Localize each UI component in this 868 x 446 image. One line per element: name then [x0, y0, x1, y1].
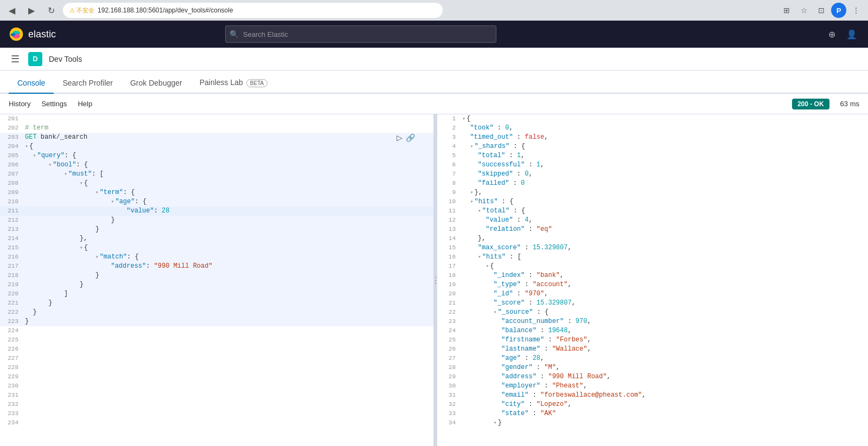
back-button[interactable]: ◀: [4, 3, 20, 18]
editor-line: 201: [0, 114, 433, 124]
editor-content[interactable]: 201 202 # term 203 GET bank/_search ▷ 🔗 …: [0, 114, 433, 446]
elastic-logo[interactable]: elastic: [9, 27, 56, 42]
editor-line: 215 ▾{: [0, 243, 433, 253]
run-button[interactable]: ▷: [397, 133, 403, 142]
result-panel[interactable]: 1 ▾{ 2 "took" : 0, 3 "timed_out" : false…: [437, 114, 868, 446]
result-line: 27 "age" : 28,: [437, 354, 868, 363]
hamburger-button[interactable]: ☰: [9, 51, 22, 67]
result-line: 18 "_index" : "bank",: [437, 271, 868, 280]
editor-line: 232: [0, 400, 433, 409]
result-line: 5 "total" : 1,: [437, 151, 868, 160]
translate-button[interactable]: ⊞: [779, 3, 794, 18]
result-line: 17 ▾{: [437, 262, 868, 271]
tab-console[interactable]: Console: [9, 73, 54, 94]
nav-bar: ☰ D Dev Tools: [0, 48, 868, 70]
editor-line: 222 }: [0, 308, 433, 317]
result-line: 13 "relation" : "eq": [437, 225, 868, 234]
status-badge: 200 - OK: [792, 99, 829, 109]
result-line: 26 "lastname" : "Wallace",: [437, 345, 868, 354]
search-input[interactable]: [225, 25, 496, 43]
time-badge: 63 ms: [840, 100, 859, 108]
result-line: 19 "_type" : "account",: [437, 280, 868, 289]
beta-badge: BETA: [246, 79, 267, 87]
help-button[interactable]: Help: [78, 98, 92, 110]
result-line: 28 "gender" : "M",: [437, 363, 868, 372]
bookmark-button[interactable]: ☆: [796, 3, 812, 18]
editor-line: 213 }: [0, 225, 433, 234]
settings-button[interactable]: Settings: [41, 98, 67, 110]
result-line: 31 "email" : "forbeswallace@pheast.com",: [437, 391, 868, 400]
search-bar-container: 🔍: [225, 25, 496, 43]
history-button[interactable]: History: [9, 98, 30, 110]
result-line: 25 "firstname" : "Forbes",: [437, 335, 868, 345]
menu-button[interactable]: ⋮: [848, 3, 864, 18]
app-header: elastic 🔍 ⊕ 👤: [0, 21, 868, 48]
security-warning: ⚠ 不安全: [69, 7, 94, 15]
editor-line: 233: [0, 409, 433, 418]
address-bar[interactable]: ⚠ 不安全 192.168.188.180:5601/app/dev_tools…: [63, 3, 443, 18]
editor-line-get: 203 GET bank/_search ▷ 🔗: [0, 133, 433, 142]
editor-line: 223 }: [0, 317, 433, 326]
tab-search-profiler[interactable]: Search Profiler: [54, 73, 122, 94]
result-line: 21 "_score" : 15.329807,: [437, 299, 868, 308]
editor-line: 218 }: [0, 271, 433, 280]
result-line: 12 "value" : 4,: [437, 216, 868, 225]
editor-line: 226: [0, 345, 433, 354]
result-line: 10 ▾"hits" : {: [437, 197, 868, 206]
result-line: 2 "took" : 0,: [437, 124, 868, 133]
avatar-button[interactable]: 👤: [844, 27, 859, 42]
editor-panel: 201 202 # term 203 GET bank/_search ▷ 🔗 …: [0, 114, 434, 446]
crosshairs-button[interactable]: ⊕: [826, 27, 838, 42]
editor-line: 214 },: [0, 234, 433, 243]
editor-line: 219 }: [0, 280, 433, 289]
export-button[interactable]: 🔗: [406, 133, 415, 142]
editor-line: 217 "address": "990 Mill Road": [0, 262, 433, 271]
forward-button[interactable]: ▶: [24, 3, 39, 18]
profile-button[interactable]: P: [831, 3, 846, 18]
editor-line: 207 ▾"must": [: [0, 170, 433, 179]
cast-button[interactable]: ⊡: [814, 3, 829, 18]
result-line: 29 "address" : "990 Mill Road",: [437, 372, 868, 382]
editor-line: 206 ▾"bool": {: [0, 160, 433, 170]
editor-line-highlighted: 211 "value": 28: [0, 206, 433, 216]
main-content: 201 202 # term 203 GET bank/_search ▷ 🔗 …: [0, 114, 868, 446]
elastic-logo-icon: [9, 27, 24, 42]
result-line: 24 "balance" : 19648,: [437, 326, 868, 335]
editor-line: 230: [0, 382, 433, 391]
result-line: 9 ▾},: [437, 188, 868, 197]
editor-line: 221 }: [0, 299, 433, 308]
search-icon: 🔍: [229, 30, 239, 38]
editor-line: 202 # term: [0, 124, 433, 133]
editor-line: 228: [0, 363, 433, 372]
editor-line: 209 ▾"term": {: [0, 188, 433, 197]
result-line: 3 "timed_out" : false,: [437, 133, 868, 142]
editor-line: 227: [0, 354, 433, 363]
result-line: 15 "max_score" : 15.329807,: [437, 243, 868, 253]
editor-line: 229: [0, 372, 433, 382]
header-actions: ⊕ 👤: [826, 27, 859, 42]
editor-line: 216 ▾"match": {: [0, 253, 433, 262]
result-line: 33 "state" : "AK": [437, 409, 868, 418]
result-line: 8 "failed" : 0: [437, 179, 868, 188]
result-line: 30 "employer" : "Pheast",: [437, 382, 868, 391]
result-line: 23 "account_number" : 970,: [437, 317, 868, 326]
result-line: 34 ▾}: [437, 418, 868, 428]
editor-line: 205 ▾"query": {: [0, 151, 433, 160]
editor-line: 204 ▾{: [0, 142, 433, 151]
url-text: 192.168.188.180:5601/app/dev_tools#/cons…: [98, 7, 233, 14]
editor-line: 225: [0, 335, 433, 345]
result-line: 16 ▾"hits" : [: [437, 253, 868, 262]
app-icon-badge: D: [28, 52, 42, 66]
result-line: 11 ▾"total" : {: [437, 206, 868, 216]
browser-action-buttons: ⊞ ☆ ⊡ P ⋮: [779, 3, 864, 18]
result-line: 7 "skipped" : 0,: [437, 170, 868, 179]
editor-line: 224: [0, 326, 433, 335]
tab-painless-lab[interactable]: Painless LabBETA: [191, 73, 277, 94]
tab-grok-debugger[interactable]: Grok Debugger: [122, 73, 191, 94]
editor-line: 220 ]: [0, 289, 433, 299]
refresh-button[interactable]: ↻: [43, 3, 59, 18]
elastic-logo-text: elastic: [28, 29, 56, 40]
editor-line: 212 }: [0, 216, 433, 225]
tabs-bar: Console Search Profiler Grok Debugger Pa…: [0, 70, 868, 94]
result-line: 4 ▾"_shards" : {: [437, 142, 868, 151]
